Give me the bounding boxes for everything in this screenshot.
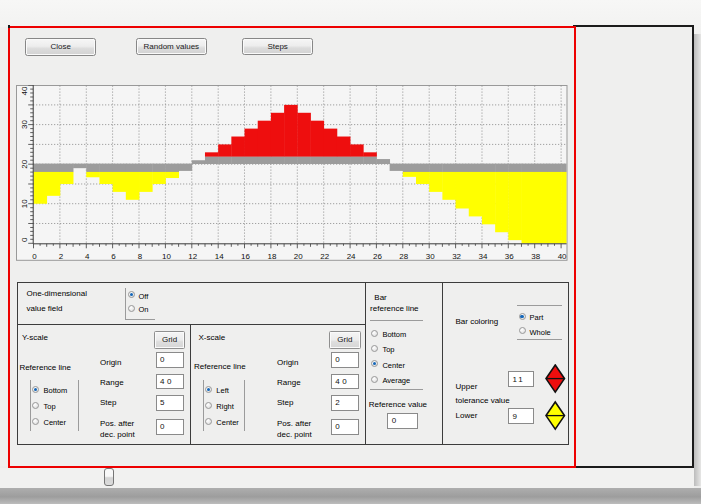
svg-text:20: 20 bbox=[20, 159, 29, 168]
svg-text:6: 6 bbox=[112, 252, 117, 261]
svg-text:40: 40 bbox=[558, 252, 567, 261]
svg-text:36: 36 bbox=[505, 252, 514, 261]
svg-text:10: 10 bbox=[20, 199, 29, 208]
svg-text:20: 20 bbox=[294, 252, 303, 261]
svg-text:8: 8 bbox=[138, 252, 143, 261]
svg-text:14: 14 bbox=[215, 252, 224, 261]
svg-text:0: 0 bbox=[20, 237, 29, 242]
svg-text:38: 38 bbox=[532, 252, 541, 261]
svg-text:34: 34 bbox=[479, 252, 488, 261]
svg-text:12: 12 bbox=[189, 252, 198, 261]
svg-text:40: 40 bbox=[20, 86, 29, 95]
svg-text:2: 2 bbox=[59, 252, 64, 261]
svg-text:10: 10 bbox=[162, 252, 171, 261]
svg-text:32: 32 bbox=[452, 252, 461, 261]
svg-text:18: 18 bbox=[268, 252, 277, 261]
svg-text:22: 22 bbox=[321, 252, 330, 261]
svg-text:30: 30 bbox=[426, 252, 435, 261]
svg-text:26: 26 bbox=[373, 252, 382, 261]
svg-text:28: 28 bbox=[400, 252, 409, 261]
svg-text:0: 0 bbox=[33, 252, 38, 261]
svg-text:24: 24 bbox=[347, 252, 356, 261]
svg-text:30: 30 bbox=[20, 120, 29, 129]
svg-text:16: 16 bbox=[241, 252, 250, 261]
svg-text:4: 4 bbox=[85, 252, 90, 261]
